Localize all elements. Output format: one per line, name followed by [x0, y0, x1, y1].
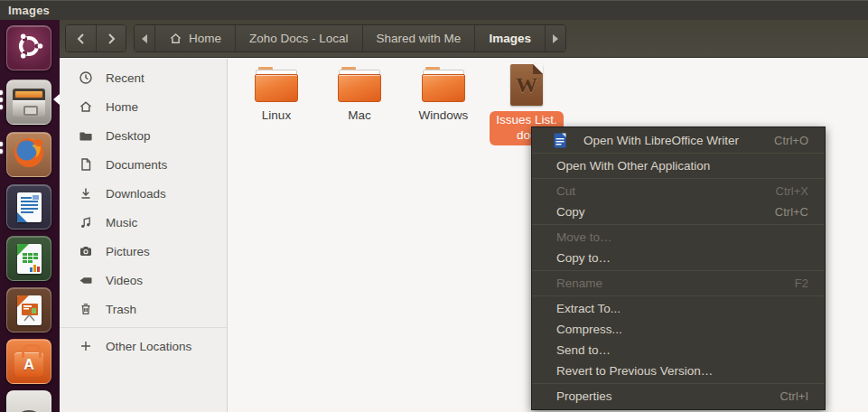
focused-app-arrow-icon: [53, 94, 60, 105]
forward-button[interactable]: [96, 25, 126, 52]
folder-linux[interactable]: Linux: [236, 66, 317, 123]
firefox-icon: [11, 135, 47, 174]
libreoffice-calc-button[interactable]: [6, 236, 51, 281]
sidebar-item-downloads[interactable]: Downloads: [60, 179, 227, 208]
chevron-left-icon: [75, 32, 88, 46]
folder-icon: [255, 66, 298, 102]
breadcrumb-scroll-right-button[interactable]: [545, 25, 565, 52]
folder-label: Windows: [403, 108, 484, 123]
folder-windows[interactable]: Windows: [403, 66, 484, 123]
pictures-icon: [79, 244, 93, 258]
breadcrumb-images-current[interactable]: Images: [474, 25, 545, 52]
unity-launcher: A: [0, 20, 60, 412]
menu-item-copy[interactable]: Copy Ctrl+C: [532, 201, 825, 222]
documents-icon: [79, 157, 93, 172]
menu-item-compress[interactable]: Compress...: [532, 319, 825, 340]
folder-label: Linux: [236, 108, 317, 123]
context-menu: Open With LibreOffice Writer Ctrl+O Open…: [531, 126, 826, 410]
menu-item-rename: Rename F2: [532, 273, 825, 294]
music-icon: [79, 215, 93, 229]
libreoffice-writer-icon: [17, 192, 42, 222]
desktop-icon: [79, 128, 93, 143]
menu-separator: [532, 270, 825, 271]
menu-item-send-to[interactable]: Send to…: [532, 340, 825, 360]
sidebar-item-home[interactable]: Home: [60, 92, 227, 121]
menu-item-copy-to[interactable]: Copy to…: [532, 248, 825, 268]
history-nav: [65, 24, 126, 52]
sidebar-item-other-locations[interactable]: Other Locations: [60, 332, 227, 360]
sidebar-item-documents[interactable]: Documents: [60, 150, 227, 179]
folder-icon: [338, 66, 381, 102]
folder-label: Mac: [319, 108, 400, 123]
breadcrumb-shared-with-me[interactable]: Shared with Me: [362, 25, 475, 52]
ubuntu-software-button[interactable]: A: [6, 339, 51, 384]
files-app-button[interactable]: [6, 80, 51, 125]
ubuntu-software-icon: A: [14, 352, 43, 377]
menu-item-properties[interactable]: Properties Ctrl+I: [532, 386, 825, 407]
sidebar-item-pictures[interactable]: Pictures: [60, 237, 227, 266]
menu-separator: [532, 295, 825, 296]
plus-icon: [79, 339, 93, 353]
menu-separator: [532, 383, 825, 384]
running-pip: [0, 105, 3, 109]
menu-item-extract-to[interactable]: Extract To...: [532, 298, 825, 319]
downloads-icon: [79, 186, 93, 201]
libreoffice-writer-icon: [554, 133, 566, 151]
breadcrumb: Home Zoho Docs - Local Shared with Me Im…: [134, 24, 566, 52]
libreoffice-writer-button[interactable]: [6, 184, 51, 229]
menu-item-open-with-other-application[interactable]: Open With Other Application: [532, 155, 825, 176]
videos-icon: [79, 273, 93, 287]
ubuntu-dash-icon: [14, 31, 44, 65]
titlebar: Images: [0, 0, 868, 20]
breadcrumb-zoho-docs-local[interactable]: Zoho Docs - Local: [235, 25, 362, 52]
menu-separator: [532, 178, 825, 179]
triangle-right-icon: [553, 34, 558, 43]
running-pip: [0, 98, 3, 102]
trash-icon: [79, 302, 93, 316]
breadcrumb-home[interactable]: Home: [154, 25, 235, 52]
running-pip: [0, 149, 3, 154]
chevron-right-icon: [105, 32, 117, 46]
menu-separator: [532, 153, 825, 154]
libreoffice-impress-button[interactable]: [6, 287, 51, 332]
ubuntu-dash-button[interactable]: [6, 25, 51, 70]
running-pip: [0, 90, 3, 95]
menu-item-revert-to-previous-version[interactable]: Revert to Previous Version…: [532, 360, 825, 381]
sidebar-item-music[interactable]: Music: [60, 208, 227, 237]
places-sidebar: Recent Home Desktop Docum: [60, 59, 228, 412]
running-pip: [0, 142, 3, 146]
menu-separator: [532, 224, 825, 225]
sidebar-item-desktop[interactable]: Desktop: [60, 121, 227, 150]
menu-item-open-with-libreoffice-writer[interactable]: Open With LibreOffice Writer Ctrl+O: [532, 130, 825, 151]
sidebar-item-trash[interactable]: Trash: [60, 295, 227, 323]
doc-file-icon: W: [510, 64, 543, 106]
libreoffice-impress-icon: [17, 295, 42, 325]
menu-item-move-to: Move to…: [532, 227, 825, 248]
recent-icon: [79, 70, 93, 85]
folder-icon: [422, 66, 465, 102]
folder-mac[interactable]: Mac: [319, 66, 400, 123]
back-button[interactable]: [66, 25, 96, 52]
home-icon: [169, 32, 182, 45]
window-title: Images: [0, 4, 50, 17]
sidebar-item-videos[interactable]: Videos: [60, 266, 227, 295]
libreoffice-calc-icon: [17, 244, 42, 274]
files-app-icon: [13, 89, 45, 117]
menu-item-cut: Cut Ctrl+X: [532, 181, 825, 201]
toolbar: Home Zoho Docs - Local Shared with Me Im…: [60, 20, 868, 58]
breadcrumb-scroll-left-button[interactable]: [135, 25, 154, 52]
sidebar-separator: [60, 327, 227, 328]
sidebar-item-recent[interactable]: Recent: [60, 63, 227, 92]
home-icon: [79, 99, 93, 114]
triangle-left-icon: [142, 34, 147, 43]
firefox-button[interactable]: [6, 132, 51, 177]
partial-app-button[interactable]: [6, 390, 51, 412]
